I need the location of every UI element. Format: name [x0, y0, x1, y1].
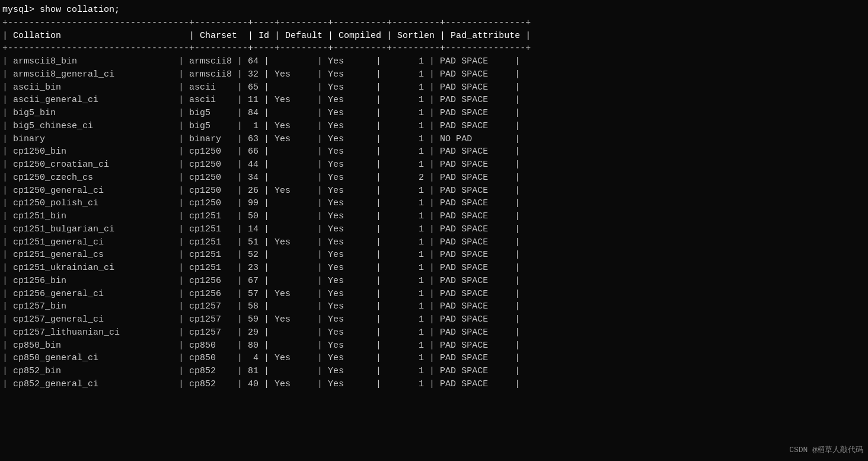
- table-row: | cp1256_general_ci | cp1256 | 57 | Yes …: [2, 288, 866, 301]
- table-row: | cp1250_croatian_ci | cp1250 | 44 | | Y…: [2, 158, 866, 171]
- table-row: | cp1251_general_cs | cp1251 | 52 | | Ye…: [2, 249, 866, 262]
- table-row: | cp1251_bulgarian_ci | cp1251 | 14 | | …: [2, 223, 866, 236]
- table-row: | cp1250_bin | cp1250 | 66 | | Yes | 1 |…: [2, 145, 866, 158]
- table-row: | cp1257_general_ci | cp1257 | 59 | Yes …: [2, 313, 866, 326]
- table-row: | cp850_general_ci | cp850 | 4 | Yes | Y…: [2, 352, 866, 365]
- terminal-window: mysql> show collation; +----------------…: [0, 0, 868, 393]
- table-row: | cp852_general_ci | cp852 | 40 | Yes | …: [2, 378, 866, 391]
- prompt-line: mysql> show collation;: [2, 4, 866, 17]
- separator-header: +----------------------------------+----…: [2, 42, 866, 55]
- table-row: | cp1256_bin | cp1256 | 67 | | Yes | 1 |…: [2, 275, 866, 288]
- table-row: | cp1250_czech_cs | cp1250 | 34 | | Yes …: [2, 171, 866, 185]
- watermark: CSDN @稻草人敲代码: [789, 445, 863, 456]
- table-row: | cp1250_general_ci | cp1250 | 26 | Yes …: [2, 185, 866, 198]
- table-row: | cp852_bin | cp852 | 81 | | Yes | 1 | P…: [2, 365, 866, 378]
- table-row: | ascii_bin | ascii | 65 | | Yes | 1 | P…: [2, 81, 866, 94]
- table-row: | armscii8_general_ci | armscii8 | 32 | …: [2, 68, 866, 81]
- table-row: | cp1251_ukrainian_ci | cp1251 | 23 | | …: [2, 262, 866, 275]
- table-row: | cp850_bin | cp850 | 80 | | Yes | 1 | P…: [2, 339, 866, 352]
- table-row: | cp1250_polish_ci | cp1250 | 99 | | Yes…: [2, 197, 866, 210]
- table-row: | ascii_general_ci | ascii | 11 | Yes | …: [2, 94, 866, 107]
- table-row: | big5_chinese_ci | big5 | 1 | Yes | Yes…: [2, 120, 866, 133]
- table-row: | binary | binary | 63 | Yes | Yes | 1 |…: [2, 133, 866, 146]
- table-row: | cp1257_bin | cp1257 | 58 | | Yes | 1 |…: [2, 300, 866, 313]
- table-row: | cp1257_lithuanian_ci | cp1257 | 29 | |…: [2, 326, 866, 339]
- table-row: | cp1251_general_ci | cp1251 | 51 | Yes …: [2, 236, 866, 249]
- table-row: | armscii8_bin | armscii8 | 64 | | Yes |…: [2, 55, 866, 68]
- header-row: | Collation | Charset | Id | Default | C…: [2, 30, 866, 43]
- table-row: | cp1251_bin | cp1251 | 50 | | Yes | 1 |…: [2, 210, 866, 223]
- separator-top: +----------------------------------+----…: [2, 17, 866, 30]
- table-row: | big5_bin | big5 | 84 | | Yes | 1 | PAD…: [2, 107, 866, 120]
- table-output: +----------------------------------+----…: [2, 17, 866, 391]
